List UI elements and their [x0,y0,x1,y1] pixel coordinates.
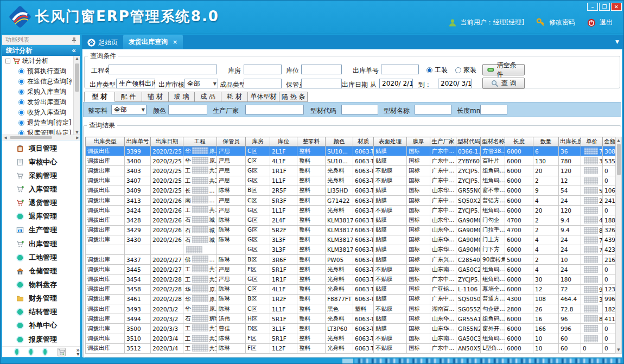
product-type-input[interactable] [244,79,282,88]
column-header-型材代码[interactable]: 型材代码 [456,137,481,146]
nav-cart-button[interactable] [58,348,66,356]
sidebar-item-生产管理[interactable]: 生产管理 [2,223,80,237]
nav-dot-icon[interactable] [29,349,33,355]
column-header-长度[interactable]: 长度 [505,137,533,146]
table-row[interactable]: 调拨出库34302020/2/26石城陈琳G区3L3F整料KLM38176063… [86,235,616,245]
column-header-库位[interactable]: 库位 [270,137,297,146]
change-password-link[interactable]: 修改密码 [549,18,575,27]
results-vertical-scrollbar[interactable]: ▲ ▼ [615,137,622,354]
table-row[interactable]: 调拨出库34242020/2/26工共工程严思G区1L1F整料光身料6063-T… [86,206,616,215]
tree-item-收货入库查询[interactable]: 收货入库查询 [2,107,72,118]
sidebar-item-工地管理[interactable]: 工地管理 [2,251,80,264]
table-row[interactable]: 调拨出库34292020/2/26石城陈琳G区5R2F整料KLM38176063… [86,225,616,235]
tree-expander-icon[interactable]: - [5,59,10,63]
column-header-出库长度[interactable]: 出库长度 [559,137,581,146]
table-row[interactable]: 调拨出库34582020/2/28华原...陈琳C区4L1F整料光身料6063-… [86,284,616,294]
maximize-button[interactable]: ❐ [599,3,610,11]
radio-industrial[interactable]: 工装 [426,66,448,75]
radio-home[interactable]: 家装 [455,66,476,75]
audit-select[interactable]: 全部▼ [184,79,218,88]
table-row[interactable]: 调拨出库35002020/3/3工共工程曹佳D区3L1F整料LT3P606063… [86,324,616,334]
material-tab-隔热条[interactable]: 隔 热 条 [279,92,308,102]
material-tab-耗材[interactable]: 耗 材 [221,92,248,102]
column-header-出库日期[interactable]: 出库日期 [151,137,183,146]
location-input[interactable] [301,65,342,74]
column-header-数量[interactable]: 数量 [533,137,559,146]
sidebar-item-财务管理[interactable]: 财务管理 [2,292,80,305]
sidebar-item-入库管理[interactable]: 入库管理 [2,182,80,196]
table-row[interactable]: 调拨出库35122020/3/4工共工程陈琳F区1L2F整料光身料6063-T5… [86,343,616,353]
table-row[interactable]: 调拨出库34072020/2/25工共工程严思G区1L1F整料光身料6063-T… [86,176,616,186]
date-to-picker[interactable]: 2020/ 3/16▼ [438,79,472,88]
table-row[interactable]: 调拨出库34132020/2/26南...严思C区5R3F整料G71422606… [86,195,616,205]
column-header-整零料[interactable]: 整零料 [297,137,326,146]
table-row[interactable]: 调拨出库35102020/3/4工共工程陈琳F区5R1F整料光身料6063-T5… [86,334,616,343]
column-header-颜色[interactable]: 颜色 [326,137,353,146]
table-row[interactable]: G区3L3F整料KLM38176063-T5贴膜国标山东华...GA90M09.… [86,245,616,254]
color-input[interactable] [168,105,207,114]
column-header-出库单号[interactable]: 出库单号 [125,137,151,146]
column-header-型材名称[interactable]: 型材名称 [481,137,505,146]
table-row[interactable]: 调拨出库34092020/2/25长...陈琳B区2R5F整料LI35HD606… [86,186,616,195]
table-row[interactable]: 调拨出库34282020/2/26石城陈琳G区2L4F整料KLM38176063… [86,215,616,225]
tab-close-icon[interactable]: × [173,39,177,46]
table-row[interactable]: 调拨出库34612020/2/28华原...陈琳B区1R2F整料F8877FT6… [86,294,616,304]
tree-item-采购入库查询[interactable]: 采购入库查询 [2,87,72,97]
table-row[interactable]: 调拨出库33992020/2/25华原...严思C区2L1F整料SU10...6… [86,146,616,156]
tab-shipping-outbound-query[interactable]: 发货出库查询 × [123,35,183,49]
table-row[interactable]: 调拨出库34002020/2/25华原...严思C区4L1F整料SU10...6… [86,156,616,166]
column-header-表面处理[interactable]: 表面处理 [374,137,407,146]
material-tab-成品[interactable]: 成 品 [195,92,221,102]
tree-item-退货查询[待定][interactable]: 退货查询[待定] [2,118,72,128]
pin-icon[interactable] [72,37,77,43]
tab-home[interactable]: 起始页 [82,36,123,49]
material-tab-型材[interactable]: 型 材 [84,92,115,102]
table-row[interactable]: 调拨出库34542020/2/28工共工程严思G区1R1F整料光身料6063-T… [86,274,616,284]
sidebar-item-结转管理[interactable]: 结转管理 [2,305,80,319]
material-tab-配件[interactable]: 配 件 [115,92,142,102]
close-button[interactable]: ✕ [611,3,622,11]
column-header-库房[interactable]: 库房 [246,137,270,146]
keeper-input[interactable] [301,79,342,88]
table-row[interactable]: 调拨出库34032020/2/25工共工程严思G区1R1F整料光身料6063-T… [86,166,616,176]
manufacturer-input[interactable] [245,105,304,114]
material-tab-辅材[interactable]: 辅 材 [142,92,169,102]
date-from-picker[interactable]: 2020/ 2/16▼ [379,79,413,88]
nav-more-button[interactable]: »▾ [77,348,80,356]
collapse-icon[interactable]: « [72,45,76,56]
column-header-金额[interactable]: 金额 [603,137,616,146]
tree-root-node[interactable]: - 统计分析 [2,56,72,66]
sidebar-item-仓储管理[interactable]: 仓储管理 [2,264,80,278]
column-header-材质[interactable]: 材质 [353,137,374,146]
sidebar-item-审核中心[interactable]: 审核中心 [2,155,80,169]
warehouse-input[interactable] [244,65,282,74]
sidebar-item-项目管理[interactable]: 项目管理 [2,142,80,155]
profile-code-input[interactable] [341,105,378,114]
whole-part-select[interactable]: 全部▼ [111,105,147,114]
table-row[interactable]: 调拨出库34452020/2/27工共工程严思F区5R1F整料光身料6063-T… [86,265,616,274]
sidebar-item-退库管理[interactable]: 退库管理 [2,210,80,223]
tree-vertical-scrollbar[interactable]: ▲ ▼ [73,56,80,135]
tab-overflow-icon[interactable]: ▼ [615,39,619,44]
material-tab-单体型材[interactable]: 单体型材 [248,92,279,102]
sidebar-item-采购管理[interactable]: 采购管理 [2,169,80,182]
logout-link[interactable]: 退出 [600,18,613,27]
tree-horizontal-scrollbar[interactable]: ◀ ▶ [2,135,80,140]
sidebar-item-补单中心[interactable]: 补单中心 [2,319,80,333]
tree-item-预算执行查询[interactable]: 预算执行查询 [2,66,72,76]
column-header-生产厂家[interactable]: 生产厂家 [430,137,456,146]
column-header-出库类型[interactable]: 出库类型 [86,137,125,146]
nav-dot-icon[interactable] [43,349,47,355]
outbound-type-select[interactable]: 生产领料出库▼ [116,79,155,88]
nav-dot-icon[interactable] [15,349,18,355]
tree-item-发货出库查询[interactable]: 发货出库查询 [2,97,72,107]
search-button[interactable]: 查 询 [482,78,525,89]
sidebar-item-退货管理[interactable]: 退货管理 [2,196,80,210]
column-header-膜厚[interactable]: 膜厚 [407,137,430,146]
order-no-input[interactable] [381,65,419,74]
profile-name-input[interactable] [415,105,451,114]
column-header-单价[interactable]: 单价 [581,137,603,146]
tree-item-在途信息查询[待[interactable]: 在途信息查询[待 [2,76,72,87]
sidebar-item-物料盘存[interactable]: 物料盘存 [2,278,80,291]
length-input[interactable] [480,105,507,114]
